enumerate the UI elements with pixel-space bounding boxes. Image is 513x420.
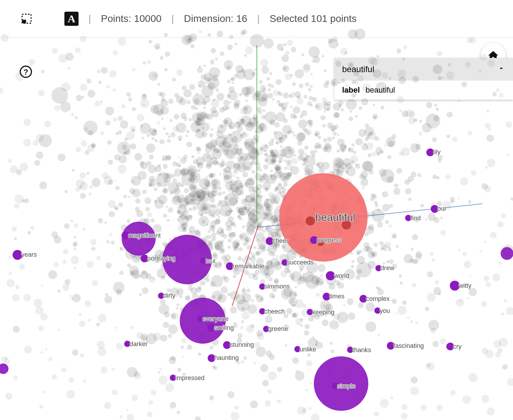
labeled-point[interactable]: years xyxy=(12,250,37,260)
background-point xyxy=(468,130,472,135)
background-point xyxy=(189,84,195,90)
background-point xyxy=(143,62,146,65)
labeled-point[interactable]: magnificent xyxy=(121,232,161,239)
background-point xyxy=(223,100,230,106)
background-point xyxy=(24,199,29,203)
background-point xyxy=(255,346,266,357)
labeled-point[interactable]: simmons xyxy=(259,283,290,290)
background-point xyxy=(100,131,104,135)
background-point xyxy=(318,264,325,272)
background-point xyxy=(134,273,140,279)
background-point xyxy=(235,149,242,156)
labeled-point[interactable]: progress xyxy=(310,236,341,244)
labeled-point[interactable]: world xyxy=(326,271,349,280)
labeled-point[interactable]: drew xyxy=(375,264,394,272)
background-point xyxy=(265,400,271,407)
background-point xyxy=(433,65,442,74)
background-point xyxy=(302,163,305,165)
labeled-point[interactable]: everyone xyxy=(197,315,229,323)
select-rectangle-icon[interactable] xyxy=(21,13,33,25)
labeled-point[interactable]: cheer xyxy=(266,237,288,245)
background-point xyxy=(12,226,17,231)
background-point xyxy=(282,125,292,134)
labeled-point[interactable]: our xyxy=(431,205,446,213)
labeled-point[interactable]: darker xyxy=(124,340,148,348)
background-point xyxy=(41,285,43,287)
background-point xyxy=(504,299,507,302)
background-point xyxy=(341,149,345,153)
labeled-point[interactable]: portraying xyxy=(140,255,175,262)
highlight-point[interactable] xyxy=(0,363,8,374)
background-point xyxy=(62,284,69,291)
background-point xyxy=(224,120,229,124)
background-point xyxy=(389,224,392,228)
background-point xyxy=(260,364,268,372)
background-point xyxy=(261,217,266,222)
background-point xyxy=(186,100,191,105)
labeled-point-text: cheer xyxy=(272,237,288,245)
background-point xyxy=(19,264,25,270)
labeled-point[interactable]: cheech xyxy=(259,308,285,315)
background-point xyxy=(246,209,250,213)
background-point xyxy=(189,231,192,234)
labeled-point[interactable]: you xyxy=(374,307,390,314)
background-point xyxy=(132,395,138,401)
background-point xyxy=(375,203,379,207)
toolbar: A | Points: 10000 | Dimension: 16 | Sele… xyxy=(0,0,513,37)
background-point xyxy=(45,121,51,128)
projector-canvas[interactable]: ? beautiful label beautiful beautifullil… xyxy=(0,37,513,420)
labeled-point[interactable]: remarkable xyxy=(226,262,265,270)
labels-toggle-icon[interactable]: A xyxy=(64,12,79,26)
background-point xyxy=(227,246,231,249)
background-point xyxy=(104,296,112,303)
background-point xyxy=(209,133,213,138)
background-point xyxy=(187,344,192,350)
background-point xyxy=(329,320,339,329)
background-point xyxy=(68,377,74,383)
background-point xyxy=(250,34,264,48)
background-point xyxy=(365,138,368,141)
background-point xyxy=(359,250,362,253)
background-point xyxy=(145,207,150,212)
labeled-point[interactable]: simple xyxy=(332,382,356,390)
background-point xyxy=(81,141,87,147)
labeled-point[interactable]: keeping xyxy=(307,308,334,316)
labeled-point[interactable]: smiling xyxy=(207,324,234,332)
background-point xyxy=(275,122,280,128)
labeled-point[interactable]: lily xyxy=(426,148,440,156)
highlight-point[interactable] xyxy=(501,247,513,260)
background-point xyxy=(142,137,144,139)
background-point xyxy=(351,155,358,163)
background-point xyxy=(458,249,460,251)
labeled-point[interactable]: succeeds xyxy=(281,259,313,266)
background-point xyxy=(109,233,112,236)
labeled-point[interactable]: haunting xyxy=(208,354,239,362)
labeled-point[interactable]: find xyxy=(405,214,421,222)
background-point xyxy=(402,404,408,410)
background-point xyxy=(34,160,40,166)
labeled-point[interactable]: impressed xyxy=(170,374,204,381)
background-point xyxy=(463,261,471,268)
labeled-point[interactable]: witty xyxy=(450,281,472,291)
labeled-point[interactable]: unlike xyxy=(294,345,316,353)
background-point xyxy=(398,70,406,78)
labeled-point[interactable]: stunning xyxy=(223,341,254,349)
background-point xyxy=(401,413,408,420)
labeled-point[interactable]: cry xyxy=(446,343,462,350)
labeled-point[interactable]: dirty xyxy=(158,292,175,299)
labeled-point[interactable]: greene xyxy=(263,325,288,333)
night-mode-icon[interactable] xyxy=(42,13,54,25)
background-point xyxy=(322,124,326,128)
labeled-point[interactable]: complex xyxy=(359,295,390,303)
background-point xyxy=(281,134,288,140)
background-point xyxy=(484,276,490,282)
background-point xyxy=(157,121,160,124)
labeled-point[interactable]: tsui xyxy=(200,257,215,264)
labeled-point[interactable]: times xyxy=(322,293,344,301)
background-point xyxy=(433,217,439,223)
labeled-point[interactable]: thanks xyxy=(347,346,371,354)
background-point xyxy=(368,261,376,269)
background-point xyxy=(149,179,156,187)
labeled-point[interactable]: fascinating xyxy=(387,342,424,350)
background-point xyxy=(48,357,52,361)
